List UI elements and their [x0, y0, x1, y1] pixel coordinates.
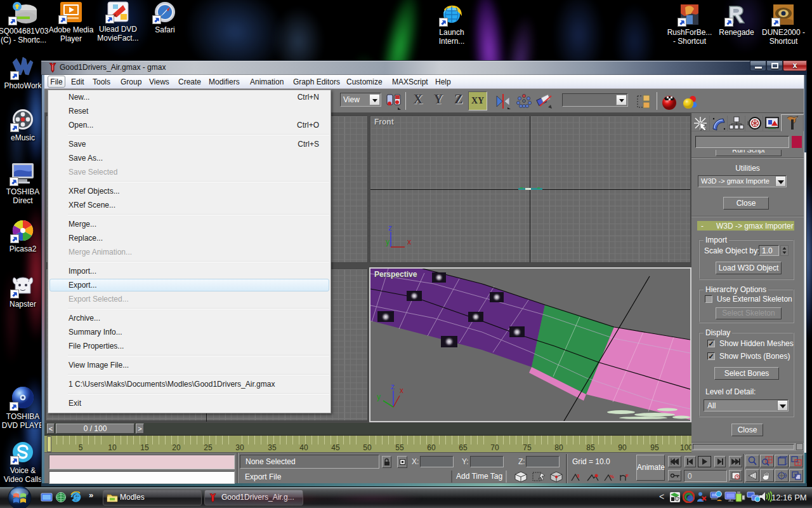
svg-text:F: F	[625, 473, 629, 479]
svg-text:%: %	[610, 474, 614, 479]
svg-text:x: x	[400, 386, 403, 395]
svg-text:y: y	[386, 237, 390, 246]
svg-text:z: z	[391, 382, 395, 391]
svg-text:y: y	[377, 392, 381, 401]
svg-text:z: z	[388, 224, 392, 232]
svg-text:x: x	[407, 237, 411, 246]
svg-text:3: 3	[577, 473, 580, 479]
